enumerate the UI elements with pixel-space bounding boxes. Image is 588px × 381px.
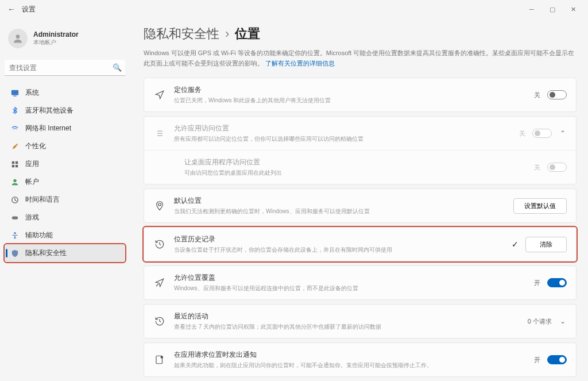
row-recent-activity[interactable]: 最近的活动 查看过去 7 天内的位置访问权限；此页面中的其他分区中也捕获了最新的…: [144, 305, 576, 338]
check-icon: ✓: [512, 240, 519, 249]
page-description: Windows 可以使用 GPS 或 Wi-Fi 等设备的功能来确定你的位置。M…: [144, 48, 577, 68]
brush-icon: [10, 142, 20, 151]
card-allow-apps: 允许应用访问位置 所有应用都可以访问定位位置，但你可以选择哪些应用可以访问的精确…: [144, 116, 577, 184]
allow-apps-toggle[interactable]: [532, 129, 552, 138]
search-icon: 🔍: [113, 63, 122, 72]
chevron-up-icon[interactable]: ⌃: [559, 129, 567, 137]
row-location-override[interactable]: 允许位置覆盖 Windows、应用和服务可以使用远程连接中的位置，而不是此设备的…: [144, 266, 576, 299]
set-default-button[interactable]: 设置默认值: [513, 198, 567, 214]
user-sub: 本地帐户: [33, 39, 79, 47]
content: 隐私和安全性 › 位置 Windows 可以使用 GPS 或 Wi-Fi 等设备…: [130, 18, 588, 381]
row-sub: 当我们无法检测到更精确的位置时，Windows、应用和服务可以使用默认位置: [174, 207, 505, 215]
row-title: 位置历史记录: [174, 234, 504, 244]
nav-label: 辅助功能: [25, 230, 53, 240]
state-label: 关: [534, 163, 540, 172]
chevron-down-icon[interactable]: ⌄: [559, 317, 567, 325]
nav-privacy[interactable]: 隐私和安全性: [5, 244, 125, 262]
desc-text: Windows 可以使用 GPS 或 Wi-Fi 等设备的功能来确定你的位置。M…: [144, 49, 574, 67]
svg-rect-2: [13, 95, 16, 96]
nav-gaming[interactable]: 游戏: [5, 209, 125, 226]
nav-network[interactable]: 网络和 Internet: [5, 120, 125, 137]
svg-rect-5: [12, 164, 14, 167]
titlebar: ← 设置 ─ ▢ ✕: [0, 0, 588, 18]
clear-history-button[interactable]: 清除: [525, 237, 567, 252]
clock-icon: [10, 195, 20, 205]
nav-label: 系统: [25, 88, 39, 98]
nav-label: 蓝牙和其他设备: [25, 106, 74, 116]
maximize-button[interactable]: ▢: [542, 1, 563, 17]
override-icon: [153, 278, 166, 288]
row-location-service[interactable]: 定位服务 位置已关闭，Windows 和此设备上的其他用户将无法使用位置 关: [144, 78, 576, 111]
nav-bluetooth[interactable]: 蓝牙和其他设备: [5, 102, 125, 120]
page-title: 位置: [235, 25, 260, 43]
state-label: 关: [519, 129, 525, 138]
request-count: 0 个请求: [528, 317, 552, 326]
account-icon: [10, 178, 20, 187]
row-title: 默认位置: [174, 196, 505, 206]
user-card[interactable]: Administrator 本地帐户: [5, 24, 125, 53]
learn-more-link[interactable]: 了解有关位置的详细信息: [265, 60, 335, 67]
row-location-history[interactable]: 位置历史记录 当设备位置处于打开状态时，你的位置会存储在此设备上，并且在有限时间…: [144, 228, 576, 261]
desktop-apps-toggle[interactable]: [547, 163, 567, 172]
user-name: Administrator: [33, 30, 79, 39]
nav-accessibility[interactable]: 辅助功能: [5, 226, 125, 244]
row-title: 最近的活动: [174, 311, 520, 321]
wifi-icon: [10, 124, 20, 133]
nav-accounts[interactable]: 帐户: [5, 173, 125, 191]
row-default-location[interactable]: 默认位置 当我们无法检测到更精确的位置时，Windows、应用和服务可以使用默认…: [144, 189, 576, 222]
state-label: 开: [534, 279, 540, 287]
state-label: 开: [534, 356, 540, 364]
nav-personalization[interactable]: 个性化: [5, 137, 125, 155]
row-sub: 位置已关闭，Windows 和此设备上的其他用户将无法使用位置: [174, 97, 526, 105]
row-title: 定位服务: [174, 85, 526, 95]
override-toggle[interactable]: [547, 278, 567, 287]
row-sub: 如果关闭此功能，则在阻止应用访问你的位置时，可能不会通知你。某些应用可能会按预期…: [174, 361, 526, 370]
nav-label: 个性化: [25, 141, 46, 151]
row-sub: 查看过去 7 天内的位置访问权限；此页面中的其他分区中也捕获了最新的访问数据: [174, 323, 520, 331]
svg-point-11: [158, 203, 161, 206]
close-button[interactable]: ✕: [563, 1, 583, 17]
system-icon: [10, 88, 20, 98]
chevron-right-icon: ›: [225, 26, 229, 41]
shield-icon: [10, 249, 20, 258]
row-desktop-apps[interactable]: 让桌面应用程序访问位置 可由访问您位置的桌面应用在此处列出 关: [144, 150, 576, 184]
card-default-location: 默认位置 当我们无法检测到更精确的位置时，Windows、应用和服务可以使用默认…: [144, 188, 577, 223]
back-button[interactable]: ←: [5, 5, 18, 14]
row-notify[interactable]: 在应用请求位置时发出通知 如果关闭此功能，则在阻止应用访问你的位置时，可能不会通…: [144, 343, 576, 376]
breadcrumb: 隐私和安全性 › 位置: [144, 25, 577, 43]
map-pin-icon: [153, 201, 166, 211]
minimize-button[interactable]: ─: [521, 1, 542, 17]
svg-point-7: [13, 179, 16, 182]
row-sub: 所有应用都可以访问定位位置，但你可以选择哪些应用可以访问的精确位置: [174, 135, 511, 143]
apps-icon: [10, 160, 20, 169]
breadcrumb-parent[interactable]: 隐私和安全性: [144, 25, 219, 43]
location-service-toggle[interactable]: [547, 90, 567, 99]
card-location-override: 允许位置覆盖 Windows、应用和服务可以使用远程连接中的位置，而不是此设备的…: [144, 265, 577, 300]
svg-rect-3: [12, 161, 14, 163]
card-location-service: 定位服务 位置已关闭，Windows 和此设备上的其他用户将无法使用位置 关: [144, 78, 577, 112]
row-allow-apps[interactable]: 允许应用访问位置 所有应用都可以访问定位位置，但你可以选择哪些应用可以访问的精确…: [144, 117, 576, 150]
card-location-history: 位置历史记录 当设备位置处于打开状态时，你的位置会存储在此设备上，并且在有限时间…: [144, 227, 577, 261]
nav-list: 系统 蓝牙和其他设备 网络和 Internet 个性化 应用 帐户 时间和语言 …: [5, 84, 125, 262]
nav-label: 隐私和安全性: [25, 248, 67, 258]
row-title: 在应用请求位置时发出通知: [174, 350, 526, 360]
svg-rect-4: [16, 161, 18, 163]
search-box: 🔍: [5, 60, 125, 76]
row-sub: 可由访问您位置的桌面应用在此处列出: [184, 169, 526, 177]
nav-apps[interactable]: 应用: [5, 155, 125, 173]
row-title: 让桌面应用程序访问位置: [184, 157, 526, 167]
list-icon: [153, 129, 166, 138]
location-icon: [153, 90, 166, 100]
svg-point-10: [14, 232, 16, 234]
nav-time[interactable]: 时间和语言: [5, 191, 125, 209]
notify-toggle[interactable]: [547, 355, 567, 364]
nav-system[interactable]: 系统: [5, 84, 125, 102]
search-input[interactable]: [5, 60, 125, 76]
nav-label: 网络和 Internet: [25, 124, 71, 133]
history-icon: [153, 239, 166, 249]
notification-icon: [153, 355, 166, 365]
row-sub: Windows、应用和服务可以使用远程连接中的位置，而不是此设备的位置: [174, 284, 526, 293]
gamepad-icon: [10, 213, 20, 222]
accessibility-icon: [10, 231, 20, 240]
nav-label: 帐户: [25, 177, 39, 187]
